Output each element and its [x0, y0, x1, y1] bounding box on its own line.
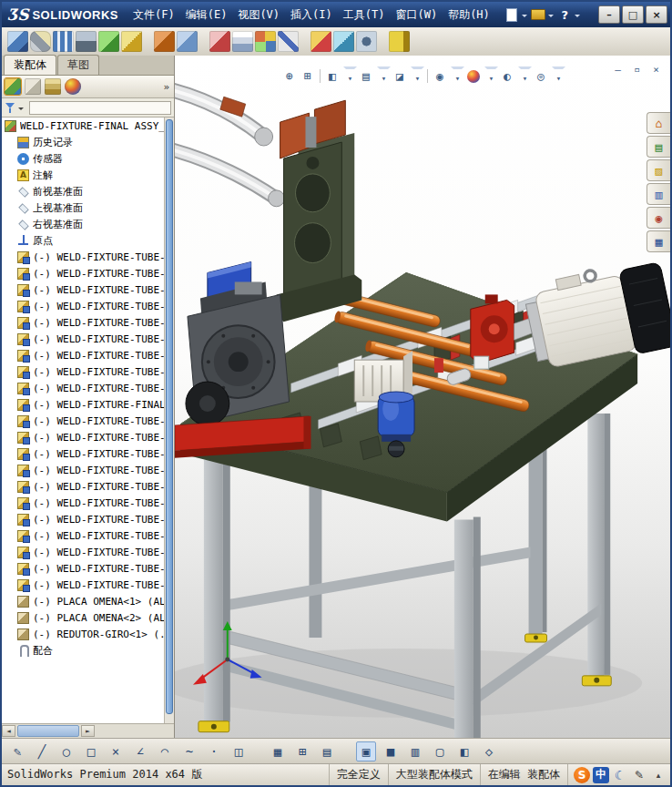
tree-item[interactable]: (-) WELD-FIXTURE-TUBE-LIN	[2, 331, 164, 347]
bottom-toolbar-icon[interactable]: ✎	[7, 741, 27, 761]
headsup-icon[interactable]: ▾	[343, 66, 357, 90]
toolbar-icon[interactable]	[255, 31, 276, 52]
window-control-button[interactable]: □	[622, 5, 644, 24]
scrollbar-thumb[interactable]	[166, 119, 173, 714]
document-control-icon[interactable]: –	[610, 62, 626, 77]
tree-item[interactable]: (-) WELD-FIXTURE-TUBE-LIN	[2, 281, 164, 298]
task-pane-tab[interactable]: ◉	[647, 207, 670, 229]
tree-item[interactable]: (-) WELD-FIXTURE-FINAL AS	[2, 396, 164, 413]
manager-tab-icon[interactable]	[5, 78, 21, 95]
task-pane-tab[interactable]: ⌂	[647, 112, 670, 134]
bottom-toolbar-icon[interactable]: ◧	[454, 741, 474, 761]
task-pane-tab[interactable]: ▥	[647, 183, 670, 205]
headsup-icon[interactable]: ▾	[484, 66, 498, 90]
menu-item[interactable]: 编辑(E)	[180, 4, 233, 26]
menu-item[interactable]: 窗口(W)	[390, 4, 443, 26]
tree-item[interactable]: 上视基准面	[2, 199, 164, 216]
toolbar-icon[interactable]	[121, 31, 142, 52]
headsup-icon[interactable]: ◉	[431, 67, 449, 86]
manager-tab-icon[interactable]	[25, 78, 41, 95]
headsup-icon[interactable]	[320, 69, 321, 83]
menu-item[interactable]: 帮助(H)	[443, 4, 495, 26]
document-control-icon[interactable]: ×	[648, 62, 664, 77]
toolbar-icon[interactable]	[177, 31, 198, 52]
task-pane-tab[interactable]: ▤	[647, 136, 670, 158]
tab-sketch[interactable]: 草图	[57, 55, 99, 75]
headsup-icon[interactable]: ▾	[377, 66, 391, 90]
tree-vertical-scrollbar[interactable]	[164, 118, 174, 723]
tree-item[interactable]: (-) WELD-FIXTURE-TUBE-LIN	[2, 495, 164, 511]
quick-access-button[interactable]	[531, 7, 554, 23]
toolbar-icon[interactable]	[76, 31, 97, 52]
headsup-icon[interactable]: ▾	[411, 66, 424, 90]
tray-icon[interactable]: ☾	[612, 767, 628, 783]
tab-assembly[interactable]: 装配体	[4, 55, 56, 75]
menu-item[interactable]: 工具(T)	[338, 4, 391, 26]
dropdown-arrow-icon[interactable]	[548, 15, 554, 20]
filter-input[interactable]	[29, 101, 171, 115]
feed-pipes[interactable]	[175, 87, 285, 207]
bottom-toolbar-icon[interactable]: □	[81, 741, 101, 761]
bottom-toolbar-icon[interactable]: ◇	[479, 741, 499, 761]
task-pane-tab[interactable]: ▦	[647, 230, 670, 252]
tray-icon[interactable]: S	[574, 767, 590, 783]
tree-item[interactable]: (-) WELD-FIXTURE-TUBE-LIN	[2, 298, 164, 314]
toolbar-icon[interactable]	[356, 31, 377, 52]
scroll-right-arrow-icon[interactable]: ►	[81, 725, 95, 737]
tree-item[interactable]: (-) WELD-FIXTURE-TUBE-LIN	[2, 249, 164, 265]
tree-item[interactable]: (-) WELD-FIXTURE-TUBE-LIN	[2, 314, 164, 331]
dropdown-arrow-icon[interactable]	[575, 15, 580, 20]
tree-item[interactable]: (-) WELD-FIXTURE-TUBE-MAC	[2, 413, 164, 429]
quick-access-button[interactable]	[504, 7, 527, 23]
gearbox-left[interactable]	[186, 262, 290, 425]
menu-item[interactable]: 视图(V)	[232, 4, 285, 26]
tree-item[interactable]: WELD-FIXTURE-FINAL ASSY_POS	[2, 118, 164, 134]
tree-item[interactable]: 历史记录	[2, 134, 164, 150]
toolbar-icon[interactable]	[209, 31, 230, 52]
tree-item[interactable]: (-) WELD-FIXTURE-TUBE-MAC	[2, 445, 164, 462]
bottom-toolbar-icon[interactable]: ·	[204, 741, 224, 761]
fixture-tower[interactable]	[277, 100, 362, 322]
bottom-toolbar-icon[interactable]: ~	[179, 741, 199, 761]
bottom-toolbar-icon[interactable]: ◫	[229, 741, 249, 761]
bottom-toolbar-icon[interactable]: ◠	[155, 741, 175, 761]
toolbar-icon[interactable]	[30, 31, 51, 52]
tree-item[interactable]: 右视基准面	[2, 216, 164, 232]
menu-item[interactable]: 文件(F)	[127, 4, 180, 26]
toolbar-icon[interactable]	[98, 31, 119, 52]
window-control-button[interactable]: –	[598, 5, 620, 24]
tree-item[interactable]: (-) PLACA OMENA<1> (AL606	[2, 593, 164, 609]
quick-access-button[interactable]: ?	[557, 7, 580, 23]
bottom-toolbar-icon[interactable]: ▥	[405, 741, 425, 761]
bottom-toolbar-icon[interactable]: ○	[56, 741, 76, 761]
graphics-area[interactable]: ⊕⊞◧▾▤▾◪▾◉▾▾◐▾◎▾ –▫× ⌂▤▨▥◉▦	[175, 56, 670, 738]
filter-dropdown-arrow-icon[interactable]	[18, 107, 24, 113]
bottom-toolbar-icon[interactable]: ⊞	[292, 741, 312, 761]
tree-item[interactable]: (-) WELD-FIXTURE-TUBE-LIN	[2, 363, 164, 380]
headsup-icon[interactable]: ▾	[552, 66, 565, 90]
window-control-button[interactable]: ×	[646, 5, 667, 24]
headsup-icon[interactable]	[427, 69, 428, 83]
headsup-icon[interactable]: ⊕	[280, 67, 299, 86]
toolbar-icon[interactable]	[311, 31, 331, 52]
tray-icon[interactable]: 中	[593, 767, 609, 783]
toolbar-icon[interactable]	[53, 31, 74, 52]
tray-icon[interactable]: ▴	[650, 767, 667, 783]
bottom-toolbar-icon[interactable]: ╱	[32, 741, 52, 761]
headsup-icon[interactable]: ▤	[357, 67, 375, 86]
document-control-icon[interactable]: ▫	[629, 62, 645, 77]
tree-item[interactable]: 原点	[2, 232, 164, 249]
tree-item[interactable]: (-) WELD-FIXTURE-TUBE-LIN	[2, 347, 164, 363]
headsup-icon[interactable]	[467, 70, 480, 83]
scroll-left-arrow-icon[interactable]: ◄	[2, 725, 15, 737]
manager-tab-icon[interactable]	[65, 78, 81, 95]
tree-horizontal-scrollbar[interactable]: ◄ ►	[2, 723, 174, 738]
tree-item[interactable]: (-) WELD-FIXTURE-TUBE-LIN	[2, 511, 164, 527]
tree-item[interactable]: (-) WELD-FIXTURE-TUBE-LIN	[2, 478, 164, 495]
tree-item[interactable]: 配合	[2, 642, 164, 659]
tree-item[interactable]: 前视基准面	[2, 183, 164, 199]
toolbar-icon[interactable]	[232, 31, 253, 52]
bottom-toolbar-icon[interactable]: ∠	[130, 741, 150, 761]
scrollbar-thumb[interactable]	[17, 725, 79, 737]
headsup-icon[interactable]: ◧	[323, 67, 341, 86]
